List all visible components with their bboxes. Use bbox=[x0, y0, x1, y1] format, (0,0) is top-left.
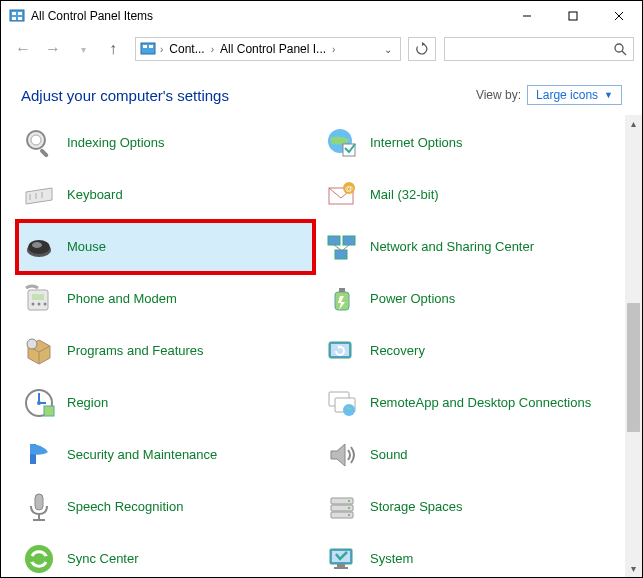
item-label: Mouse bbox=[67, 239, 106, 255]
navbar: ← → ▾ ↑ › Cont... › All Control Panel I.… bbox=[1, 31, 642, 67]
svg-rect-1 bbox=[12, 12, 16, 15]
phone-icon bbox=[21, 281, 57, 317]
mouse-icon bbox=[21, 229, 57, 265]
svg-text:@: @ bbox=[345, 184, 353, 193]
item-label: Indexing Options bbox=[67, 135, 165, 151]
recent-dropdown[interactable]: ▾ bbox=[69, 35, 97, 63]
svg-rect-28 bbox=[328, 236, 340, 245]
item-remoteapp[interactable]: RemoteApp and Desktop Connections bbox=[320, 377, 617, 429]
item-label: Programs and Features bbox=[67, 343, 204, 359]
address-dropdown-icon[interactable]: ⌄ bbox=[380, 44, 396, 55]
chevron-right-icon[interactable]: › bbox=[158, 44, 165, 55]
search-box[interactable] bbox=[444, 37, 634, 61]
svg-point-50 bbox=[343, 404, 355, 416]
viewby-label: View by: bbox=[476, 88, 521, 102]
storage-icon bbox=[324, 489, 360, 525]
app-icon bbox=[9, 8, 25, 24]
item-mouse[interactable]: Mouse bbox=[17, 221, 314, 273]
svg-line-32 bbox=[343, 245, 349, 250]
chevron-right-icon[interactable]: › bbox=[209, 44, 216, 55]
forward-button[interactable]: → bbox=[39, 35, 67, 63]
header-row: Adjust your computer's settings View by:… bbox=[1, 67, 642, 115]
breadcrumb-2[interactable]: All Control Panel I... bbox=[218, 42, 328, 56]
svg-point-15 bbox=[31, 135, 41, 145]
item-programs-features[interactable]: Programs and Features bbox=[17, 325, 314, 377]
minimize-button[interactable] bbox=[504, 1, 550, 31]
svg-rect-30 bbox=[335, 250, 347, 259]
scroll-thumb[interactable] bbox=[627, 303, 640, 431]
item-mail[interactable]: @ Mail (32-bit) bbox=[320, 169, 617, 221]
security-icon bbox=[21, 437, 57, 473]
maximize-button[interactable] bbox=[550, 1, 596, 31]
svg-point-58 bbox=[348, 507, 350, 509]
window-controls bbox=[504, 1, 642, 31]
item-speech-recognition[interactable]: Speech Recognition bbox=[17, 481, 314, 533]
scroll-down-button[interactable]: ▾ bbox=[625, 560, 642, 577]
control-panel-icon bbox=[140, 41, 156, 57]
item-phone-modem[interactable]: Phone and Modem bbox=[17, 273, 314, 325]
scroll-up-button[interactable]: ▴ bbox=[625, 115, 642, 132]
svg-rect-63 bbox=[337, 564, 345, 567]
address-bar[interactable]: › Cont... › All Control Panel I... › ⌄ bbox=[135, 37, 401, 61]
item-security-maintenance[interactable]: Security and Maintenance bbox=[17, 429, 314, 481]
network-icon bbox=[324, 229, 360, 265]
viewby-select[interactable]: Large icons ▼ bbox=[527, 85, 622, 105]
item-label: Storage Spaces bbox=[370, 499, 463, 515]
programs-icon bbox=[21, 333, 57, 369]
search-icon bbox=[613, 42, 627, 56]
up-button[interactable]: ↑ bbox=[99, 35, 127, 63]
chevron-down-icon: ▼ bbox=[604, 90, 613, 100]
item-label: Speech Recognition bbox=[67, 499, 183, 515]
svg-rect-39 bbox=[339, 288, 345, 292]
item-label: System bbox=[370, 551, 413, 567]
svg-rect-9 bbox=[141, 43, 155, 54]
svg-point-60 bbox=[25, 545, 53, 573]
svg-point-40 bbox=[27, 339, 37, 349]
item-recovery[interactable]: Recovery bbox=[320, 325, 617, 377]
close-button[interactable] bbox=[596, 1, 642, 31]
item-internet-options[interactable]: Internet Options bbox=[320, 117, 617, 169]
item-network-sharing[interactable]: Network and Sharing Center bbox=[320, 221, 617, 273]
svg-point-46 bbox=[37, 401, 41, 405]
svg-point-37 bbox=[44, 303, 47, 306]
item-region[interactable]: Region bbox=[17, 377, 314, 429]
svg-rect-11 bbox=[149, 45, 153, 48]
scroll-track[interactable] bbox=[625, 132, 642, 560]
svg-rect-10 bbox=[143, 45, 147, 48]
vertical-scrollbar[interactable]: ▴ ▾ bbox=[625, 115, 642, 577]
refresh-button[interactable] bbox=[408, 37, 436, 61]
item-label: Power Options bbox=[370, 291, 455, 307]
keyboard-icon bbox=[21, 177, 57, 213]
back-button[interactable]: ← bbox=[9, 35, 37, 63]
item-keyboard[interactable]: Keyboard bbox=[17, 169, 314, 221]
titlebar: All Control Panel Items bbox=[1, 1, 642, 31]
svg-line-31 bbox=[334, 245, 341, 250]
item-label: Sound bbox=[370, 447, 408, 463]
sound-icon bbox=[324, 437, 360, 473]
item-label: Internet Options bbox=[370, 135, 463, 151]
svg-rect-4 bbox=[18, 17, 22, 20]
item-system[interactable]: System bbox=[320, 533, 617, 577]
svg-point-35 bbox=[32, 303, 35, 306]
item-indexing-options[interactable]: Indexing Options bbox=[17, 117, 314, 169]
svg-rect-29 bbox=[343, 236, 355, 245]
item-label: Network and Sharing Center bbox=[370, 239, 534, 255]
internet-icon bbox=[324, 125, 360, 161]
item-power-options[interactable]: Power Options bbox=[320, 273, 617, 325]
breadcrumb-1[interactable]: Cont... bbox=[167, 42, 206, 56]
item-label: RemoteApp and Desktop Connections bbox=[370, 395, 591, 411]
content-area: Indexing Options Internet Options Keyboa… bbox=[1, 115, 642, 577]
item-sync-center[interactable]: Sync Center bbox=[17, 533, 314, 577]
item-sound[interactable]: Sound bbox=[320, 429, 617, 481]
item-storage-spaces[interactable]: Storage Spaces bbox=[320, 481, 617, 533]
sync-icon bbox=[21, 541, 57, 577]
svg-rect-2 bbox=[18, 12, 22, 15]
item-label: Security and Maintenance bbox=[67, 447, 217, 463]
svg-point-36 bbox=[38, 303, 41, 306]
chevron-right-icon[interactable]: › bbox=[330, 44, 337, 55]
item-label: Mail (32-bit) bbox=[370, 187, 439, 203]
item-label: Recovery bbox=[370, 343, 425, 359]
svg-rect-47 bbox=[44, 406, 54, 416]
viewby-value: Large icons bbox=[536, 88, 598, 102]
recovery-icon bbox=[324, 333, 360, 369]
